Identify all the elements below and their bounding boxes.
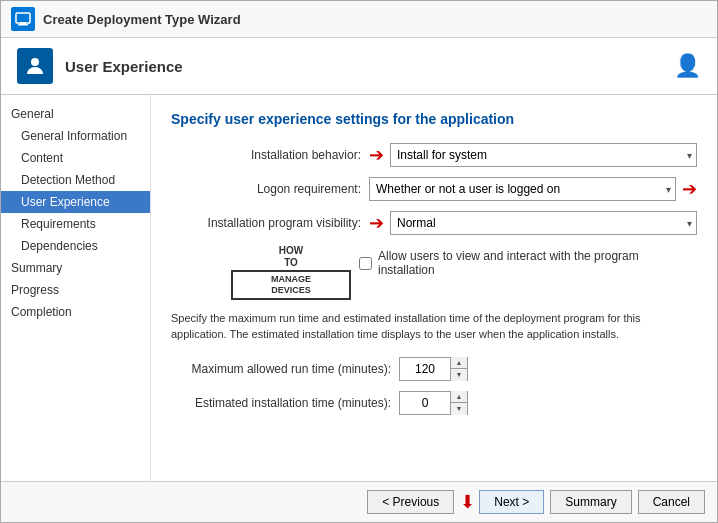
sidebar-item-dependencies[interactable]: Dependencies [1, 235, 150, 257]
allow-users-label: Allow users to view and interact with th… [378, 249, 697, 277]
sidebar-item-user-experience[interactable]: User Experience [1, 191, 150, 213]
max-run-time-label: Maximum allowed run time (minutes): [171, 362, 391, 376]
watermark-how-to: HOW TO [231, 245, 351, 269]
installation-behavior-row: Installation behavior: ➔ Install for sys… [171, 143, 697, 167]
logon-requirement-select[interactable]: Whether or not a user is logged on [369, 177, 676, 201]
logon-requirement-control: Whether or not a user is logged on ➔ [369, 177, 697, 201]
sidebar-item-general-info[interactable]: General Information [1, 125, 150, 147]
allow-users-checkbox-row: Allow users to view and interact with th… [359, 249, 697, 277]
description-text: Specify the maximum run time and estimat… [171, 310, 697, 343]
sidebar: General General Information Content Dete… [1, 95, 151, 481]
wizard-header-icon [17, 48, 53, 84]
previous-button[interactable]: < Previous [367, 490, 454, 514]
installation-visibility-select-wrapper: Normal [390, 211, 697, 235]
logon-requirement-row: Logon requirement: Whether or not a user… [171, 177, 697, 201]
installation-visibility-label: Installation program visibility: [171, 216, 361, 230]
logon-requirement-label: Logon requirement: [171, 182, 361, 196]
next-arrow-icon: ⬇ [460, 491, 475, 513]
estimated-time-label: Estimated installation time (minutes): [171, 396, 391, 410]
installation-behavior-label: Installation behavior: [171, 148, 361, 162]
next-wrapper: ⬇ Next > [460, 490, 544, 514]
summary-button[interactable]: Summary [550, 490, 631, 514]
estimated-time-up[interactable]: ▲ [451, 391, 467, 403]
max-run-time-down[interactable]: ▼ [451, 369, 467, 381]
svg-rect-1 [18, 24, 28, 26]
svg-point-3 [31, 58, 39, 66]
section-title: Specify user experience settings for the… [171, 111, 697, 127]
max-run-time-up[interactable]: ▲ [451, 357, 467, 369]
max-run-time-buttons: ▲ ▼ [450, 357, 467, 381]
wizard-header-left: User Experience [17, 48, 183, 84]
max-run-time-spinner: ▲ ▼ [399, 357, 468, 381]
user-icon: 👤 [674, 53, 701, 79]
arrow-icon-3: ➔ [369, 212, 384, 234]
installation-behavior-select[interactable]: Install for system [390, 143, 697, 167]
installation-behavior-control: ➔ Install for system [369, 143, 697, 167]
installation-visibility-row: Installation program visibility: ➔ Norma… [171, 211, 697, 235]
sidebar-item-general[interactable]: General [1, 103, 150, 125]
installation-behavior-select-wrapper: Install for system [390, 143, 697, 167]
title-bar: Create Deployment Type Wizard [1, 1, 717, 38]
estimated-time-row: Estimated installation time (minutes): ▲… [171, 391, 697, 415]
footer: < Previous ⬇ Next > Summary Cancel [1, 481, 717, 522]
wizard-body: General General Information Content Dete… [1, 95, 717, 481]
cancel-button[interactable]: Cancel [638, 490, 705, 514]
sidebar-item-progress[interactable]: Progress [1, 279, 150, 301]
estimated-time-spinner: ▲ ▼ [399, 391, 468, 415]
max-run-time-input[interactable] [400, 358, 450, 380]
watermark-brand: MANAGEDEVICES [231, 270, 351, 300]
estimated-time-down[interactable]: ▼ [451, 403, 467, 415]
arrow-icon-2: ➔ [682, 178, 697, 200]
allow-users-checkbox[interactable] [359, 257, 372, 270]
installation-visibility-control: ➔ Normal [369, 211, 697, 235]
wizard-header: User Experience 👤 [1, 38, 717, 95]
estimated-time-input[interactable] [400, 392, 450, 414]
main-content: Specify user experience settings for the… [151, 95, 717, 481]
sidebar-item-requirements[interactable]: Requirements [1, 213, 150, 235]
sidebar-item-completion[interactable]: Completion [1, 301, 150, 323]
next-button[interactable]: Next > [479, 490, 544, 514]
wizard-icon [11, 7, 35, 31]
sidebar-item-detection-method[interactable]: Detection Method [1, 169, 150, 191]
logon-requirement-select-wrapper: Whether or not a user is logged on [369, 177, 676, 201]
svg-rect-2 [20, 22, 26, 24]
sidebar-item-content[interactable]: Content [1, 147, 150, 169]
wizard-page-title: User Experience [65, 58, 183, 75]
sidebar-item-summary[interactable]: Summary [1, 257, 150, 279]
svg-rect-0 [16, 13, 30, 23]
wizard-window: Create Deployment Type Wizard User Exper… [0, 0, 718, 523]
max-run-time-row: Maximum allowed run time (minutes): ▲ ▼ [171, 357, 697, 381]
estimated-time-buttons: ▲ ▼ [450, 391, 467, 415]
arrow-icon-1: ➔ [369, 144, 384, 166]
watermark: HOW TO MANAGEDEVICES [231, 245, 351, 300]
installation-visibility-select[interactable]: Normal [390, 211, 697, 235]
window-title: Create Deployment Type Wizard [43, 12, 241, 27]
